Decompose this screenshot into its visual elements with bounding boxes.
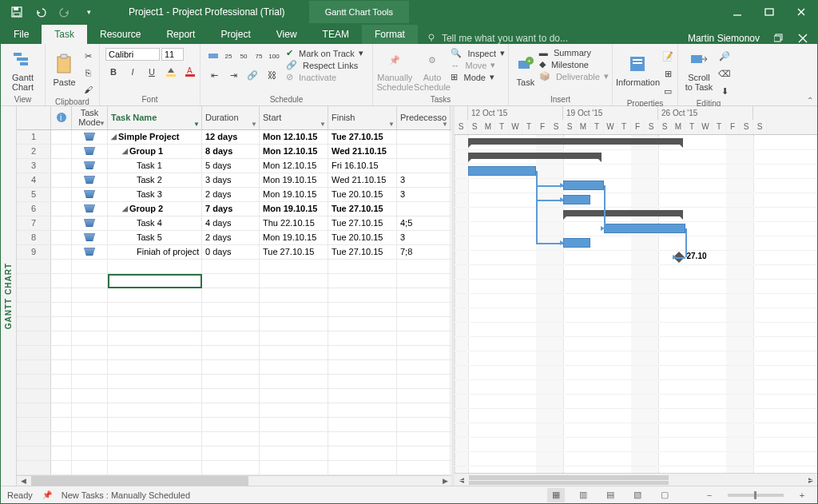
pct-75-button[interactable]: 75	[252, 48, 266, 64]
copy-icon[interactable]: ⎘	[80, 65, 96, 81]
col-finish[interactable]: Finish▼	[328, 106, 397, 129]
table-row[interactable]: 6◢Group 27 daysMon 19.10.15Tue 27.10.15	[17, 202, 451, 216]
view-resource-sheet-icon[interactable]: ▧	[629, 488, 646, 502]
pct-0-button[interactable]	[206, 48, 220, 64]
user-name[interactable]: Martin Siemonov	[678, 33, 817, 44]
mark-on-track-button[interactable]: ✔ Mark on Track ▾	[286, 48, 363, 58]
notes-icon[interactable]: 📝	[660, 48, 676, 64]
tab-project[interactable]: Project	[208, 25, 263, 44]
col-start[interactable]: Start▼	[260, 106, 328, 129]
gantt-summary-bar[interactable]	[468, 138, 683, 145]
font-color-button[interactable]: A	[182, 64, 198, 80]
close-doc-icon[interactable]	[798, 34, 808, 43]
table-row[interactable]	[17, 360, 451, 375]
gantt-chart-button[interactable]: Gantt Chart	[4, 46, 42, 95]
col-info[interactable]: i	[51, 106, 72, 129]
gantt-task-bar[interactable]	[604, 224, 685, 233]
tab-team[interactable]: TEAM	[310, 25, 362, 44]
respect-links-button[interactable]: 🔗 Respect Links	[286, 60, 363, 70]
table-row[interactable]	[17, 418, 451, 432]
col-predecessors[interactable]: Predecesso▼	[397, 106, 451, 129]
information-button[interactable]: Information	[616, 46, 660, 95]
gantt-task-bar[interactable]	[563, 181, 604, 190]
deliverable-button[interactable]: 📦 Deliverable ▾	[539, 71, 609, 81]
table-row[interactable]: 9Finiah of project0 daysTue 27.10.15Tue …	[17, 245, 451, 260]
qat-customize-icon[interactable]: ▾	[77, 3, 100, 21]
table-row[interactable]: 8Task 52 daysMon 19.10.15Tue 20.10.153	[17, 231, 451, 245]
view-gutter[interactable]: GANTT CHART	[1, 106, 17, 486]
gantt-hscroll[interactable]: ◀ ▶	[455, 473, 817, 486]
gantt-summary-bar[interactable]	[563, 210, 683, 216]
clear-icon[interactable]: ⌫	[717, 65, 733, 81]
gantt-summary-bar[interactable]	[468, 153, 602, 159]
table-row[interactable]	[17, 446, 451, 461]
milestone-button[interactable]: ◆ Milestone	[539, 59, 609, 69]
gantt-body[interactable]: 27.10	[455, 135, 817, 473]
find-icon[interactable]: 🔎	[717, 48, 733, 64]
view-report-icon[interactable]: ▢	[656, 488, 673, 502]
gantt-task-bar[interactable]	[563, 195, 590, 204]
table-row[interactable]: 2◢Group 18 daysMon 12.10.15Wed 21.10.15	[17, 145, 451, 159]
redo-icon[interactable]	[54, 3, 76, 21]
table-row[interactable]	[17, 375, 451, 389]
inspect-button[interactable]: 🔍 Inspect ▾	[451, 48, 505, 58]
view-team-planner-icon[interactable]: ▤	[602, 488, 619, 502]
tab-file[interactable]: File	[1, 25, 42, 44]
table-row[interactable]: 3Task 15 daysMon 12.10.15Fri 16.10.15	[17, 159, 451, 173]
zoom-slider[interactable]	[728, 494, 784, 497]
paste-button[interactable]: Paste	[49, 46, 80, 95]
col-task-name[interactable]: Task Name▼	[108, 106, 202, 129]
task-button[interactable]: + Task	[512, 46, 539, 95]
indent-button[interactable]: ⇥	[225, 67, 241, 83]
save-icon[interactable]	[6, 3, 28, 21]
outdent-button[interactable]: ⇤	[206, 67, 222, 83]
format-painter-icon[interactable]: 🖌	[80, 81, 96, 97]
table-row[interactable]: 1◢Simple Project12 daysMon 12.10.15Tue 2…	[17, 130, 451, 145]
scroll-right-icon[interactable]: ▶	[439, 477, 451, 485]
col-mode[interactable]: Task Mode▼	[72, 106, 108, 129]
sheet-body[interactable]: 1◢Simple Project12 daysMon 12.10.15Tue 2…	[17, 130, 451, 475]
close-button[interactable]	[785, 1, 817, 23]
table-row[interactable]	[17, 346, 451, 360]
details-icon[interactable]: ⊞	[660, 65, 676, 81]
bold-button[interactable]: B	[105, 64, 121, 80]
gantt-task-bar[interactable]	[563, 238, 590, 248]
table-row[interactable]	[17, 461, 451, 475]
inactivate-button[interactable]: ⊘ Inactivate	[286, 72, 363, 82]
table-row[interactable]	[17, 274, 451, 288]
table-row[interactable]	[17, 331, 451, 346]
tab-task[interactable]: Task	[42, 25, 87, 44]
table-row[interactable]: 7Task 44 daysThu 22.10.15Tue 27.10.154;5	[17, 216, 451, 231]
font-size-combo[interactable]	[161, 48, 184, 61]
summary-button[interactable]: ▬ Summary	[539, 48, 609, 58]
timeline-icon[interactable]: ▭	[660, 83, 676, 99]
table-row[interactable]	[17, 389, 451, 403]
unlink-button[interactable]: ⛓	[264, 67, 280, 83]
collapse-ribbon-icon[interactable]: ⌃	[807, 96, 813, 105]
cut-icon[interactable]: ✂	[80, 48, 96, 64]
pct-25-button[interactable]: 25	[221, 48, 236, 64]
undo-icon[interactable]	[30, 3, 52, 21]
table-row[interactable]	[17, 432, 451, 446]
zoom-in-button[interactable]: +	[793, 488, 811, 502]
manually-schedule-button[interactable]: 📌 Manually Schedule	[376, 46, 414, 95]
scroll-to-task-button[interactable]: Scroll to Task	[681, 46, 717, 95]
table-row[interactable]	[17, 403, 451, 418]
table-row[interactable]	[17, 260, 451, 274]
tab-report[interactable]: Report	[153, 25, 208, 44]
table-row[interactable]: 5Task 32 daysMon 19.10.15Tue 20.10.153	[17, 188, 451, 202]
mode-button[interactable]: ⊞ Mode ▾	[451, 72, 505, 82]
scroll-left-icon[interactable]: ◀	[17, 477, 30, 485]
tell-me-search[interactable]: Tell me what you want to do...	[418, 33, 576, 44]
auto-schedule-button[interactable]: ⚙ Auto Schedule	[414, 46, 451, 95]
table-row[interactable]	[17, 303, 451, 317]
maximize-button[interactable]	[753, 1, 785, 23]
fill-icon[interactable]: ⬇	[717, 83, 733, 99]
restore-window-icon[interactable]	[774, 34, 784, 43]
table-row[interactable]	[17, 317, 451, 331]
underline-button[interactable]: U	[144, 64, 160, 80]
col-duration[interactable]: Duration▼	[202, 106, 260, 129]
tab-format[interactable]: Format	[362, 25, 418, 44]
move-button[interactable]: ↔ Move ▾	[451, 60, 505, 70]
pct-50-button[interactable]: 50	[236, 48, 251, 64]
